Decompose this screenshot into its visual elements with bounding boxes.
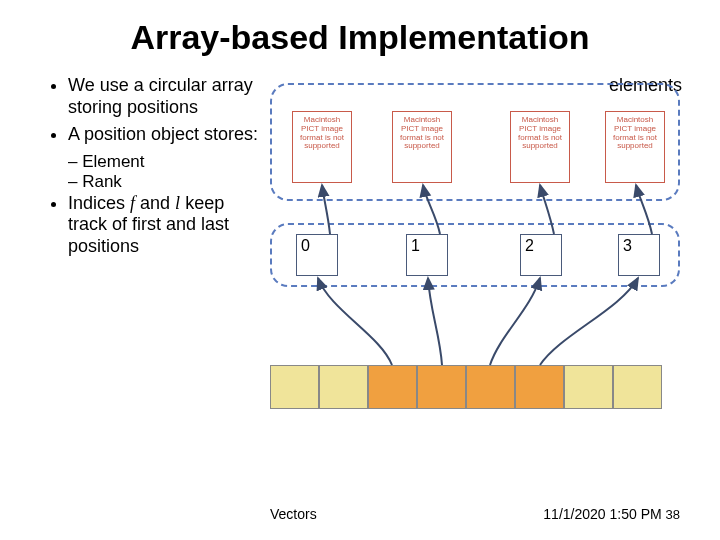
array-cell — [270, 365, 319, 409]
element-box: Macintosh PICT image format is not suppo… — [392, 111, 452, 183]
sub-bullet-2: Rank — [68, 172, 260, 192]
position-box: 3 — [618, 234, 660, 276]
array-cell — [466, 365, 515, 409]
array-cell — [417, 365, 466, 409]
position-box: 2 — [520, 234, 562, 276]
element-box: Macintosh PICT image format is not suppo… — [605, 111, 665, 183]
bullet-list: We use a circular array storing position… — [50, 75, 260, 465]
position-box: 1 — [406, 234, 448, 276]
footer-right: 11/1/2020 1:50 PM 38 — [543, 506, 680, 522]
bullet-1: We use a circular array storing position… — [68, 75, 260, 118]
array-cell — [319, 365, 368, 409]
position-box: 0 — [296, 234, 338, 276]
array-row — [270, 365, 662, 409]
diagram-area: elements Macintosh PICT image format is … — [260, 75, 700, 465]
slide-footer: Vectors 11/1/2020 1:50 PM 38 — [0, 506, 720, 522]
element-box: Macintosh PICT image format is not suppo… — [292, 111, 352, 183]
sub-bullet-1: Element — [68, 152, 260, 172]
element-box: Macintosh PICT image format is not suppo… — [510, 111, 570, 183]
array-cell — [515, 365, 564, 409]
array-cell — [613, 365, 662, 409]
bullet-3: Indices f and l keep track of first and … — [68, 193, 260, 258]
array-cell — [564, 365, 613, 409]
slide-title: Array-based Implementation — [0, 0, 720, 57]
bullet-2: A position object stores: — [68, 124, 260, 146]
array-cell — [368, 365, 417, 409]
footer-label: Vectors — [270, 506, 317, 522]
